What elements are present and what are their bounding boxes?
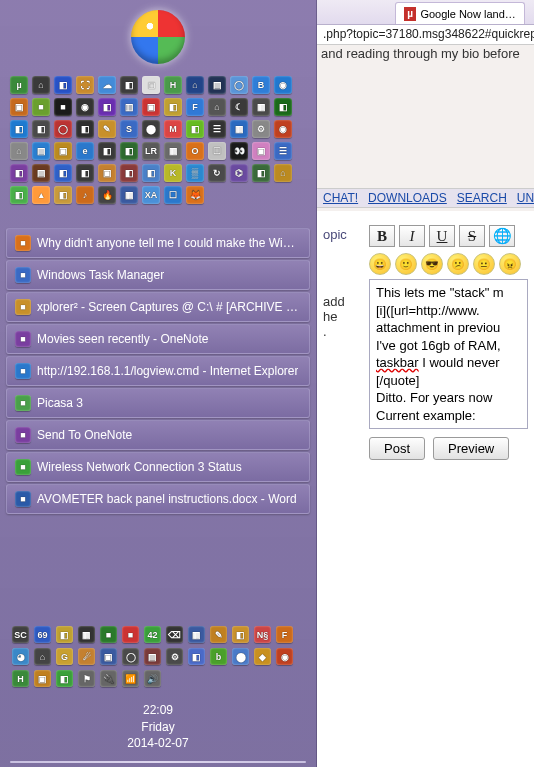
- app-shortcut-5[interactable]: ◧: [120, 76, 138, 94]
- emoticon-3[interactable]: 😕: [447, 253, 469, 275]
- tray-icon-23[interactable]: ⬤: [232, 648, 249, 665]
- preview-button[interactable]: Preview: [433, 437, 509, 460]
- tray-icon-28[interactable]: ◧: [56, 670, 73, 687]
- tray-icon-2[interactable]: ◧: [56, 626, 73, 643]
- tray-icon-24[interactable]: ◆: [254, 648, 271, 665]
- app-shortcut-12[interactable]: ◉: [274, 76, 292, 94]
- app-shortcut-14[interactable]: ■: [32, 98, 50, 116]
- window-item-7[interactable]: ■Wireless Network Connection 3 Status: [6, 452, 310, 482]
- app-shortcut-10[interactable]: ◯: [230, 76, 248, 94]
- app-shortcut-67[interactable]: ◧: [54, 186, 72, 204]
- window-item-1[interactable]: ■Windows Task Manager: [6, 260, 310, 290]
- window-item-5[interactable]: ■Picasa 3: [6, 388, 310, 418]
- tray-icon-13[interactable]: ◕: [12, 648, 29, 665]
- app-shortcut-37[interactable]: ⚙: [252, 120, 270, 138]
- app-shortcut-6[interactable]: ◻: [142, 76, 160, 94]
- format-btn-link[interactable]: 🌐: [489, 225, 515, 247]
- app-shortcut-13[interactable]: ▣: [10, 98, 28, 116]
- emoticon-5[interactable]: 😠: [499, 253, 521, 275]
- tray-icon-25[interactable]: ◉: [276, 648, 293, 665]
- windows-orb-icon[interactable]: [131, 10, 185, 64]
- app-shortcut-63[interactable]: ◧: [252, 164, 270, 182]
- app-shortcut-35[interactable]: ☰: [208, 120, 226, 138]
- window-item-0[interactable]: ■Why didn't anyone tell me I could make …: [6, 228, 310, 258]
- app-shortcut-1[interactable]: ⌂: [32, 76, 50, 94]
- tray-icon-18[interactable]: ◯: [122, 648, 139, 665]
- tray-icon-9[interactable]: ✎: [210, 626, 227, 643]
- format-btn-underline[interactable]: U: [429, 225, 455, 247]
- app-shortcut-45[interactable]: LR: [142, 142, 160, 160]
- tray-icon-1[interactable]: 69: [34, 626, 51, 643]
- app-shortcut-52[interactable]: ◧: [10, 164, 28, 182]
- tray-icon-32[interactable]: 🔊: [144, 670, 161, 687]
- app-shortcut-21[interactable]: F: [186, 98, 204, 116]
- app-shortcut-72[interactable]: ☐: [164, 186, 182, 204]
- app-shortcut-50[interactable]: ▣: [252, 142, 270, 160]
- app-shortcut-54[interactable]: ◧: [54, 164, 72, 182]
- app-shortcut-73[interactable]: 🦊: [186, 186, 204, 204]
- tray-icon-11[interactable]: N§: [254, 626, 271, 643]
- app-shortcut-23[interactable]: ☾: [230, 98, 248, 116]
- app-shortcut-65[interactable]: ◧: [10, 186, 28, 204]
- app-shortcut-4[interactable]: ☁: [98, 76, 116, 94]
- tray-icon-5[interactable]: ■: [122, 626, 139, 643]
- app-shortcut-32[interactable]: ⬤: [142, 120, 160, 138]
- tray-icon-0[interactable]: SC: [12, 626, 29, 643]
- app-shortcut-47[interactable]: O: [186, 142, 204, 160]
- tray-icon-10[interactable]: ◧: [232, 626, 249, 643]
- app-shortcut-61[interactable]: ↻: [208, 164, 226, 182]
- app-shortcut-3[interactable]: ⛶: [76, 76, 94, 94]
- app-shortcut-36[interactable]: ▦: [230, 120, 248, 138]
- app-shortcut-57[interactable]: ◧: [120, 164, 138, 182]
- app-shortcut-59[interactable]: K: [164, 164, 182, 182]
- emoticon-0[interactable]: 😀: [369, 253, 391, 275]
- app-shortcut-40[interactable]: ▤: [32, 142, 50, 160]
- app-shortcut-18[interactable]: ▥: [120, 98, 138, 116]
- tray-icon-15[interactable]: G: [56, 648, 73, 665]
- emoticon-2[interactable]: 😎: [421, 253, 443, 275]
- app-shortcut-9[interactable]: ▤: [208, 76, 226, 94]
- address-bar[interactable]: .php?topic=37180.msg348622#quickreply: [317, 25, 534, 45]
- app-shortcut-56[interactable]: ▣: [98, 164, 116, 182]
- app-shortcut-15[interactable]: ■: [54, 98, 72, 116]
- tray-icon-3[interactable]: ▦: [78, 626, 95, 643]
- tray-icon-4[interactable]: ■: [100, 626, 117, 643]
- emoticon-4[interactable]: 😐: [473, 253, 495, 275]
- app-shortcut-17[interactable]: ◧: [98, 98, 116, 116]
- post-editor[interactable]: This lets me "stack" m[i]([url=http://ww…: [369, 279, 528, 429]
- app-shortcut-64[interactable]: ⌂: [274, 164, 292, 182]
- window-item-6[interactable]: ■Send To OneNote: [6, 420, 310, 450]
- format-btn-strike[interactable]: S: [459, 225, 485, 247]
- app-shortcut-53[interactable]: ▤: [32, 164, 50, 182]
- app-shortcut-31[interactable]: S: [120, 120, 138, 138]
- tray-icon-29[interactable]: ⚑: [78, 670, 95, 687]
- app-shortcut-16[interactable]: ◉: [76, 98, 94, 116]
- app-shortcut-49[interactable]: 👀: [230, 142, 248, 160]
- app-shortcut-28[interactable]: ◯: [54, 120, 72, 138]
- browser-tab[interactable]: µ Google Now lands o...: [395, 2, 525, 24]
- app-shortcut-39[interactable]: ⌂: [10, 142, 28, 160]
- app-shortcut-48[interactable]: ☐: [208, 142, 226, 160]
- app-shortcut-19[interactable]: ▣: [142, 98, 160, 116]
- app-shortcut-43[interactable]: ◧: [98, 142, 116, 160]
- app-shortcut-69[interactable]: 🔥: [98, 186, 116, 204]
- app-shortcut-51[interactable]: ☰: [274, 142, 292, 160]
- app-shortcut-26[interactable]: ◧: [10, 120, 28, 138]
- app-shortcut-2[interactable]: ◧: [54, 76, 72, 94]
- nav-link-search[interactable]: SEARCH: [457, 191, 507, 205]
- app-shortcut-0[interactable]: µ: [10, 76, 28, 94]
- tray-icon-14[interactable]: ⌂: [34, 648, 51, 665]
- app-shortcut-29[interactable]: ◧: [76, 120, 94, 138]
- app-shortcut-22[interactable]: ⌂: [208, 98, 226, 116]
- app-shortcut-20[interactable]: ◧: [164, 98, 182, 116]
- window-item-4[interactable]: ■http://192.168.1.1/logview.cmd - Intern…: [6, 356, 310, 386]
- tray-icon-7[interactable]: ⌫: [166, 626, 183, 643]
- app-shortcut-62[interactable]: ⌬: [230, 164, 248, 182]
- tray-icon-27[interactable]: ▣: [34, 670, 51, 687]
- format-btn-bold[interactable]: B: [369, 225, 395, 247]
- tray-icon-30[interactable]: 🔌: [100, 670, 117, 687]
- app-shortcut-46[interactable]: ▦: [164, 142, 182, 160]
- app-shortcut-34[interactable]: ◧: [186, 120, 204, 138]
- format-btn-italic[interactable]: I: [399, 225, 425, 247]
- emoticon-1[interactable]: 🙂: [395, 253, 417, 275]
